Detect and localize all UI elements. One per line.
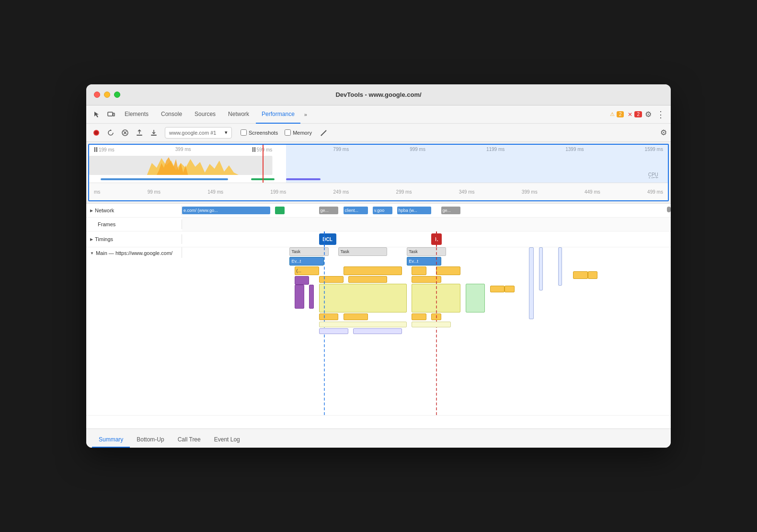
- task-lower-2: [412, 313, 426, 320]
- bottom-tabs-bar: Summary Bottom-Up Call Tree Event Log: [86, 428, 671, 448]
- maximize-button[interactable]: [114, 92, 120, 98]
- error-count: 2: [634, 111, 642, 117]
- tab-call-tree[interactable]: Call Tree: [171, 432, 207, 448]
- main-label-text: Main — https://www.google.com/: [96, 250, 172, 256]
- dropdown-arrow-icon: ▾: [225, 129, 228, 136]
- close-button[interactable]: [94, 92, 100, 98]
- network-bar-1: [275, 207, 285, 214]
- time-markers-bottom: ms 99 ms 149 ms 199 ms 249 ms 299 ms 349…: [89, 189, 668, 195]
- device-toolbar-icon[interactable]: [104, 108, 118, 121]
- marker-pause-1: 199 ms: [94, 147, 115, 152]
- yellow-small-1: [348, 276, 388, 283]
- refresh-button[interactable]: [104, 127, 117, 139]
- clear-button[interactable]: [119, 127, 131, 139]
- network-expand-icon[interactable]: ▶: [90, 208, 93, 213]
- timings-track-content[interactable]: DCL L: [182, 231, 671, 247]
- right-tall-1: [539, 247, 543, 290]
- task-block-1: Task: [338, 247, 387, 256]
- cpu-overview: 199 ms 399 ms 599 ms 799 ms 999 ms 1199 …: [89, 145, 668, 183]
- lightyellow-block-0: [319, 284, 407, 312]
- main-collapse-icon[interactable]: ▼: [90, 251, 94, 255]
- url-selector[interactable]: www.google.com #1 ▾: [165, 127, 232, 139]
- right-tall-0: [529, 247, 534, 319]
- dcl-marker: DCL: [319, 233, 336, 245]
- settings-icon[interactable]: ⚙: [643, 108, 654, 121]
- network-bar-0: e.com/ (www.go...: [182, 207, 270, 214]
- tab-sources[interactable]: Sources: [189, 105, 221, 124]
- svg-rect-0: [108, 112, 113, 116]
- network-bar-4: v.goo: [373, 207, 392, 214]
- svg-rect-12: [254, 147, 255, 152]
- svg-rect-9: [94, 147, 95, 152]
- timings-label-text: Timings: [95, 236, 113, 242]
- yellow-small-0: [319, 276, 344, 283]
- bottom-timeline-markers: ms 99 ms 149 ms 199 ms 249 ms 299 ms 349…: [89, 183, 668, 200]
- cursor-icon[interactable]: [90, 108, 103, 121]
- minimize-button[interactable]: [104, 92, 110, 98]
- tab-network[interactable]: Network: [222, 105, 255, 124]
- flame-chart-area: ▶ Network e.com/ (www.go... ge... client…: [86, 203, 671, 428]
- screenshots-checkbox-label[interactable]: Screenshots: [241, 129, 278, 136]
- warning-badge-group: ⚠ 2: [610, 111, 624, 117]
- overview-timeline[interactable]: 199 ms 399 ms 599 ms 799 ms 999 ms 1199 …: [88, 144, 669, 201]
- svg-rect-1: [113, 113, 115, 116]
- url-text: www.google.com #1: [169, 130, 216, 136]
- tab-more-button[interactable]: »: [301, 110, 310, 119]
- timings-track-row: ▶ Timings DCL L: [86, 231, 671, 247]
- yellow-right-1: [505, 286, 514, 292]
- timings-expand-icon[interactable]: ▶: [90, 237, 93, 242]
- network-track-content[interactable]: e.com/ (www.go... ge... client... v.goo …: [182, 204, 671, 217]
- right-yellow-1: [588, 271, 597, 279]
- selection-overlay: [286, 145, 668, 183]
- warning-count: 2: [617, 111, 624, 117]
- more-options-icon[interactable]: ⋮: [654, 107, 667, 122]
- lcp-line: [436, 231, 437, 247]
- lcp-vertical-line: [436, 247, 437, 415]
- frames-track-row: Frames: [86, 218, 671, 231]
- svg-rect-11: [252, 147, 253, 152]
- tab-console[interactable]: Console: [155, 105, 188, 124]
- network-bar-3: client...: [344, 207, 368, 214]
- svg-rect-7: [137, 135, 142, 136]
- tab-performance[interactable]: Performance: [256, 105, 300, 124]
- pale-yellow-1: [412, 322, 451, 327]
- right-yellow-0: [573, 271, 588, 279]
- memory-checkbox-label[interactable]: Memory: [285, 129, 312, 136]
- task-lower-0: [319, 313, 339, 320]
- record-button[interactable]: [90, 127, 103, 139]
- upload-button[interactable]: [133, 127, 146, 139]
- perf-settings-icon[interactable]: ⚙: [660, 128, 667, 137]
- memory-checkbox[interactable]: [285, 129, 291, 136]
- pale-blue-0: [319, 328, 348, 334]
- network-scrollbar[interactable]: [667, 207, 671, 212]
- purple-strip-0: [295, 285, 304, 309]
- screenshots-checkbox[interactable]: [241, 129, 247, 136]
- frames-track-content[interactable]: [182, 218, 671, 231]
- tab-summary[interactable]: Summary: [92, 432, 130, 448]
- playhead-red-line: [263, 145, 264, 183]
- network-bar-5: hpba (w...: [397, 207, 431, 214]
- tab-event-log[interactable]: Event Log: [207, 432, 247, 448]
- main-thread-content[interactable]: Task Task Task Ev...t Ev...t (...: [182, 247, 671, 415]
- dcl-line: [324, 231, 325, 247]
- network-track-label: ▶ Network: [86, 206, 182, 215]
- traffic-lights: [94, 92, 120, 98]
- task-lower-1: [344, 313, 368, 320]
- network-bar-2: ge...: [319, 207, 339, 214]
- tab-bottom-up[interactable]: Bottom-Up: [130, 432, 171, 448]
- main-thread-track-row: ▼ Main — https://www.google.com/ Task Ta…: [86, 247, 671, 416]
- brush-icon[interactable]: [318, 127, 330, 139]
- yellow-block-2: [412, 266, 426, 275]
- svg-rect-8: [151, 135, 157, 136]
- yellow-block-0: (...: [295, 266, 319, 275]
- devtools-window: DevTools - www.google.com/ Elements Cons…: [86, 84, 671, 448]
- task-block-2: Task: [407, 247, 446, 256]
- task-block-0: Task: [289, 247, 329, 256]
- window-title: DevTools - www.google.com/: [335, 91, 421, 98]
- download-button[interactable]: [148, 127, 160, 139]
- marker-pause-2: 599 ms: [252, 147, 273, 152]
- purple-block-0: [295, 276, 310, 285]
- event-block-0: Ev...t: [289, 257, 323, 266]
- error-badge-group: ✕ 2: [628, 111, 642, 118]
- tab-elements[interactable]: Elements: [119, 105, 154, 124]
